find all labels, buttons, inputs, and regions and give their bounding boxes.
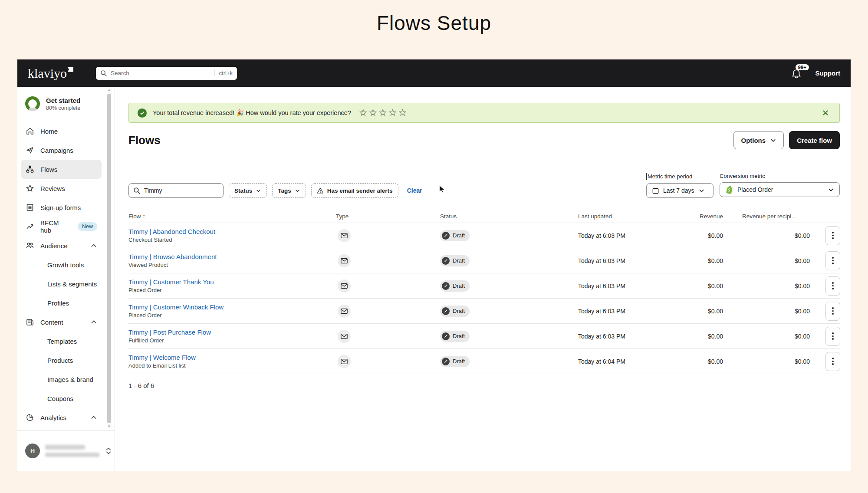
column-header-status[interactable]: Status bbox=[440, 213, 578, 220]
sidebar-item-growth-tools[interactable]: Growth tools bbox=[35, 255, 115, 274]
draft-icon bbox=[442, 358, 450, 365]
last-updated-cell: Today at 6:03 PM bbox=[578, 283, 691, 289]
column-header-revenue-per-recipient[interactable]: Revenue per recipi... bbox=[739, 213, 825, 220]
tags-filter[interactable]: Tags bbox=[272, 183, 306, 198]
flow-trigger: Placed Order bbox=[128, 312, 336, 319]
sidebar-item-content[interactable]: Content bbox=[21, 312, 102, 332]
status-filter-label: Status bbox=[234, 187, 252, 194]
scroll-down-arrow[interactable]: ▼ bbox=[107, 424, 112, 429]
sidebar-item-images-brand[interactable]: Images & brand bbox=[35, 370, 115, 389]
flows-search-input[interactable] bbox=[144, 187, 219, 194]
row-menu-button[interactable] bbox=[825, 251, 840, 270]
get-started-title: Get started bbox=[46, 97, 80, 104]
create-flow-button[interactable]: Create flow bbox=[789, 131, 840, 149]
audience-subgroup: Growth tools Lists & segments Profiles bbox=[35, 255, 115, 312]
row-menu-button[interactable] bbox=[825, 327, 840, 346]
sidebar-item-label: Audience bbox=[40, 242, 68, 250]
scrollbar-thumb[interactable] bbox=[107, 94, 111, 423]
sidebar-item-label: Lists & segments bbox=[47, 280, 97, 288]
top-navigation-bar: klaviyo ctrl+k 99+ Support bbox=[17, 59, 851, 87]
sidebar-item-label: Products bbox=[47, 357, 73, 364]
notifications-button[interactable]: 99+ bbox=[791, 67, 804, 80]
metric-time-period-select[interactable]: Last 7 days bbox=[646, 183, 713, 198]
last-updated-cell: Today at 6:03 PM bbox=[578, 257, 691, 264]
campaigns-icon bbox=[25, 146, 34, 155]
sidebar-item-bfcm-hub[interactable]: BFCM hub New bbox=[21, 217, 102, 236]
sidebar-item-profiles[interactable]: Profiles bbox=[35, 293, 115, 312]
tags-filter-label: Tags bbox=[278, 187, 291, 194]
support-link[interactable]: Support bbox=[815, 69, 841, 77]
draft-icon bbox=[442, 282, 450, 290]
flows-search-field[interactable] bbox=[128, 183, 224, 198]
row-menu-button[interactable] bbox=[825, 276, 840, 296]
search-icon bbox=[133, 187, 141, 194]
page-heading: Flows bbox=[128, 134, 161, 147]
status-badge: Draft bbox=[440, 331, 470, 342]
email-type-icon bbox=[338, 330, 351, 343]
trending-up-icon bbox=[25, 222, 34, 231]
flow-name-link[interactable]: Timmy | Abandoned Checkout bbox=[128, 228, 336, 235]
success-check-icon bbox=[138, 108, 147, 118]
progress-ring-icon bbox=[25, 96, 40, 111]
conversion-metric-label: Conversion metric bbox=[720, 173, 840, 179]
flow-name-link[interactable]: Timmy | Browse Abandonment bbox=[128, 253, 336, 260]
last-updated-cell: Today at 6:03 PM bbox=[578, 308, 691, 315]
sidebar-item-lists-segments[interactable]: Lists & segments bbox=[35, 274, 115, 293]
sidebar-item-signup-forms[interactable]: Sign-up forms bbox=[21, 198, 102, 217]
sidebar-item-products[interactable]: Products bbox=[35, 351, 115, 370]
klaviyo-logo[interactable]: klaviyo bbox=[28, 66, 73, 81]
sort-asc-icon: ↑ bbox=[142, 213, 145, 220]
table-header-row: Flow ↑ Type Status Last updated Revenue … bbox=[128, 210, 840, 223]
sidebar-item-campaigns[interactable]: Campaigns bbox=[21, 141, 102, 160]
last-updated-cell: Today at 6:03 PM bbox=[578, 232, 691, 239]
sidebar-item-templates[interactable]: Templates bbox=[35, 332, 115, 351]
last-updated-cell: Today at 6:03 PM bbox=[578, 333, 691, 340]
email-sender-alerts-filter[interactable]: Has email sender alerts bbox=[311, 183, 398, 198]
status-badge: Draft bbox=[440, 356, 470, 367]
sidebar-item-label: Home bbox=[40, 128, 58, 135]
sidebar-item-home[interactable]: Home bbox=[21, 122, 102, 141]
sidebar-item-reviews[interactable]: Reviews bbox=[21, 179, 102, 198]
global-search[interactable]: ctrl+k bbox=[96, 67, 237, 80]
create-flow-button-label: Create flow bbox=[797, 137, 832, 144]
flow-name-link[interactable]: Timmy | Welcome Flow bbox=[128, 354, 336, 361]
pagination-summary: 1 - 6 of 6 bbox=[128, 382, 840, 389]
get-started-widget[interactable]: Get started 80% complete bbox=[17, 95, 115, 113]
revenue-cell: $0.00 bbox=[691, 358, 739, 365]
row-menu-button[interactable] bbox=[825, 302, 840, 321]
draft-icon bbox=[442, 232, 450, 240]
sidebar-item-coupons[interactable]: Coupons bbox=[35, 389, 115, 408]
sidebar-item-label: Campaigns bbox=[40, 147, 73, 154]
flow-name-link[interactable]: Timmy | Post Purchase Flow bbox=[128, 329, 336, 336]
status-filter[interactable]: Status bbox=[229, 183, 267, 198]
flow-name-link[interactable]: Timmy | Customer Thank You bbox=[128, 278, 336, 286]
scroll-up-arrow[interactable]: ▲ bbox=[107, 88, 112, 93]
draft-icon bbox=[442, 307, 450, 315]
table-row: Timmy | Browse Abandonment Viewed Produc… bbox=[128, 248, 840, 273]
sidebar-scrollbar[interactable]: ▲ ▼ bbox=[107, 88, 112, 429]
column-header-revenue[interactable]: Revenue bbox=[691, 213, 739, 220]
status-badge: Draft bbox=[440, 230, 470, 241]
conversion-metric-select[interactable]: Placed Order bbox=[720, 182, 840, 197]
global-search-input[interactable] bbox=[111, 70, 211, 76]
clear-filters-link[interactable]: Clear bbox=[407, 187, 422, 194]
email-type-icon bbox=[338, 229, 351, 242]
column-header-type[interactable]: Type bbox=[336, 213, 440, 220]
close-icon[interactable] bbox=[820, 108, 831, 118]
sidebar-item-flows[interactable]: Flows bbox=[21, 160, 102, 179]
row-menu-button[interactable] bbox=[825, 226, 840, 245]
star-rating[interactable]: ☆☆☆☆☆ bbox=[359, 108, 408, 118]
column-header-last-updated[interactable]: Last updated bbox=[578, 213, 691, 220]
chevron-down-icon bbox=[698, 187, 705, 194]
revenue-cell: $0.00 bbox=[691, 232, 739, 239]
column-header-flow[interactable]: Flow ↑ bbox=[128, 213, 336, 220]
sidebar-item-analytics[interactable]: Analytics bbox=[21, 408, 102, 427]
flows-table: Flow ↑ Type Status Last updated Revenue … bbox=[128, 210, 840, 389]
options-button[interactable]: Options bbox=[733, 131, 784, 149]
account-switcher[interactable]: H bbox=[17, 430, 115, 471]
row-menu-button[interactable] bbox=[825, 352, 840, 371]
chevron-down-icon bbox=[256, 188, 261, 194]
flow-name-link[interactable]: Timmy | Customer Winback Flow bbox=[128, 303, 336, 311]
alerts-filter-label: Has email sender alerts bbox=[327, 187, 393, 194]
sidebar-item-audience[interactable]: Audience bbox=[21, 236, 102, 255]
